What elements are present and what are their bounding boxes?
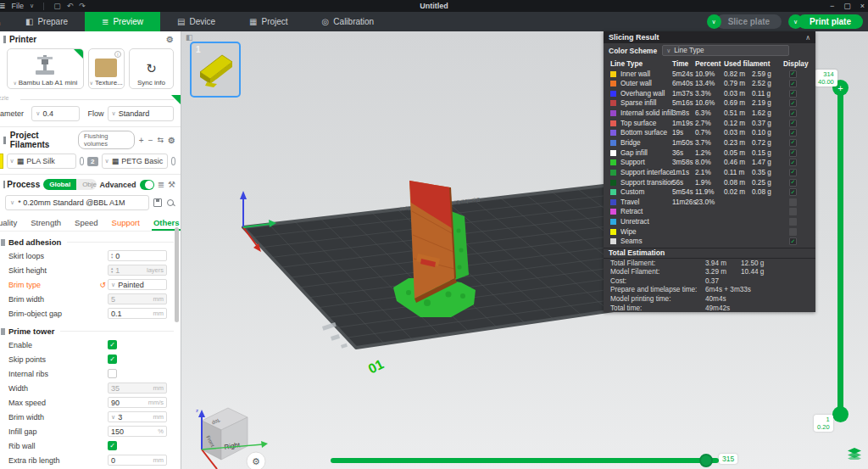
slice-plate-button[interactable]: Slice plate (716, 14, 782, 29)
plate-texture-image (95, 59, 117, 77)
new-file-icon[interactable]: ▢ (53, 2, 61, 10)
close-button[interactable]: × (860, 2, 865, 10)
filament2-remove-icon[interactable] (171, 157, 175, 165)
sync-info-button[interactable]: ↻ Sync info (129, 48, 174, 89)
checkbox[interactable] (108, 369, 117, 378)
line-type-time: 19s (672, 129, 683, 137)
tab-prepare[interactable]: ◧Prepare (8, 12, 85, 31)
minimize-button[interactable]: − (830, 2, 834, 10)
checkbox[interactable]: ✓ (108, 441, 117, 450)
dropdown-select[interactable]: ∨3mm (108, 411, 167, 422)
view-settings-button[interactable]: ⚙ (247, 452, 265, 469)
line-type-percent: 2.7% (695, 120, 711, 127)
chevron-down-icon[interactable]: ∨ (30, 3, 34, 9)
redo-icon[interactable]: ↷ (79, 2, 86, 10)
checkbox[interactable]: ✓ (108, 340, 117, 349)
plate-thumbnail[interactable]: 1 (190, 42, 241, 98)
flushing-volumes-button[interactable]: Flushing volumes (78, 131, 135, 149)
display-checkbox[interactable]: ✓ (789, 139, 797, 147)
flow-select[interactable]: ∨Standard (108, 106, 174, 121)
display-checkbox[interactable]: ✓ (789, 99, 797, 107)
display-checkbox[interactable]: ✓ (789, 237, 797, 245)
process-objects-tab[interactable]: Objects (76, 179, 96, 190)
process-tab-speed[interactable]: Speed (68, 216, 104, 231)
printer-card[interactable]: ∨ Bambu Lab A1 mini (7, 48, 84, 89)
compare-preset-icon[interactable]: ⚒ (168, 180, 175, 189)
display-checkbox[interactable] (789, 228, 797, 236)
slice-dropdown-icon[interactable]: ∨ (707, 14, 721, 29)
sidebar-collapse-icon[interactable]: ◧ (186, 33, 193, 42)
save-preset-icon[interactable] (153, 198, 162, 207)
tab-calibration[interactable]: ◎Calibration (305, 12, 392, 31)
display-checkbox[interactable] (789, 198, 797, 206)
display-checkbox[interactable]: ✓ (789, 159, 797, 166)
print-dropdown-icon[interactable]: ∨ (788, 14, 803, 29)
sidebar-scrollbar[interactable] (175, 227, 179, 322)
panel-collapse-icon[interactable]: ∧ (805, 34, 810, 42)
display-checkbox[interactable]: ✓ (789, 169, 797, 176)
printer-settings-gear-icon[interactable]: ⚙ (166, 35, 174, 44)
display-checkbox[interactable]: ✓ (789, 129, 797, 137)
text-input[interactable]: 5mm (108, 293, 167, 304)
display-checkbox[interactable] (789, 218, 797, 226)
display-checkbox[interactable]: ✓ (789, 179, 797, 187)
display-checkbox[interactable]: ✓ (789, 188, 797, 196)
nozzle-diameter-select[interactable]: ∨0.4 (31, 106, 79, 121)
home-icon[interactable]: ⌂ (0, 12, 8, 31)
layers-icon[interactable] (848, 448, 861, 460)
tab-device[interactable]: ▤Device (160, 12, 232, 31)
undo-modified-icon[interactable]: ↺ (99, 281, 106, 289)
display-checkbox[interactable]: ✓ (789, 109, 797, 117)
advanced-toggle[interactable] (140, 180, 154, 190)
text-input[interactable]: 0mm (108, 455, 167, 466)
checkbox[interactable]: ✓ (108, 355, 117, 364)
line-type-row: Seams ✓ (604, 237, 815, 247)
display-checkbox[interactable] (789, 208, 797, 215)
file-menu[interactable]: File (12, 2, 25, 10)
process-tab-support[interactable]: Support (105, 216, 147, 231)
layer-slider-track[interactable] (837, 87, 843, 416)
filament2-select[interactable]: ∨▦ PETG Basic (102, 154, 168, 169)
total-row: Cost:0.37 (604, 276, 815, 286)
undo-icon[interactable]: ↶ (67, 2, 74, 10)
number-input[interactable]: ▴▾1layers (108, 265, 167, 276)
add-filament-button[interactable]: + (139, 136, 144, 145)
maximize-button[interactable]: ▢ (843, 2, 851, 10)
settings-list-icon[interactable]: ≣ (158, 180, 164, 189)
text-input[interactable]: 150% (108, 426, 167, 437)
display-checkbox[interactable]: ✓ (789, 149, 797, 157)
display-checkbox[interactable]: ✓ (789, 120, 797, 127)
search-icon[interactable] (166, 198, 175, 208)
printer-name: Bambu Lab A1 mini (19, 79, 77, 87)
gear-icon: ⚙ (252, 456, 260, 466)
print-plate-button[interactable]: Print plate (798, 14, 863, 29)
filament1-remove-icon[interactable] (80, 157, 84, 165)
filament-sync-icon[interactable]: ⇆ (158, 136, 164, 144)
display-checkbox[interactable]: ✓ (789, 80, 797, 87)
layer-slider-bottom-handle[interactable] (832, 406, 849, 422)
process-preset-select[interactable]: ∨* 0.20mm Standard @BBL A1M (5, 195, 149, 210)
text-input[interactable]: 90mm/s (108, 397, 167, 408)
process-global-tab[interactable]: Global (43, 179, 76, 190)
tab-project[interactable]: ▦Project (232, 12, 305, 31)
remove-filament-button[interactable]: − (148, 136, 153, 145)
info-icon[interactable]: i (114, 51, 121, 58)
move-slider-handle[interactable] (699, 454, 713, 467)
process-tab-uality[interactable]: uality (0, 216, 24, 231)
text-input[interactable]: 35mm (108, 382, 167, 394)
menu-icon[interactable]: ≣ (0, 2, 6, 10)
move-slider-track[interactable] (331, 458, 719, 463)
plate-type-card[interactable]: i ∨ Texture... (88, 48, 125, 89)
text-input[interactable]: 0.1mm (108, 308, 167, 319)
filament1-color-swatch[interactable] (0, 154, 3, 169)
number-input[interactable]: ▴▾0 (108, 250, 167, 261)
filament1-select[interactable]: ∨▦ PLA Silk (7, 154, 76, 169)
filament-settings-gear-icon[interactable]: ⚙ (168, 136, 175, 145)
display-checkbox[interactable]: ✓ (789, 70, 797, 78)
dropdown-select[interactable]: ∨Painted (108, 279, 167, 290)
tab-preview[interactable]: ≣Preview (85, 12, 160, 31)
color-scheme-select[interactable]: ∨Line Type (662, 45, 789, 56)
param-row: Brim width 5mm (0, 292, 181, 306)
process-tab-strength[interactable]: Strength (24, 216, 68, 231)
display-checkbox[interactable]: ✓ (789, 90, 797, 98)
